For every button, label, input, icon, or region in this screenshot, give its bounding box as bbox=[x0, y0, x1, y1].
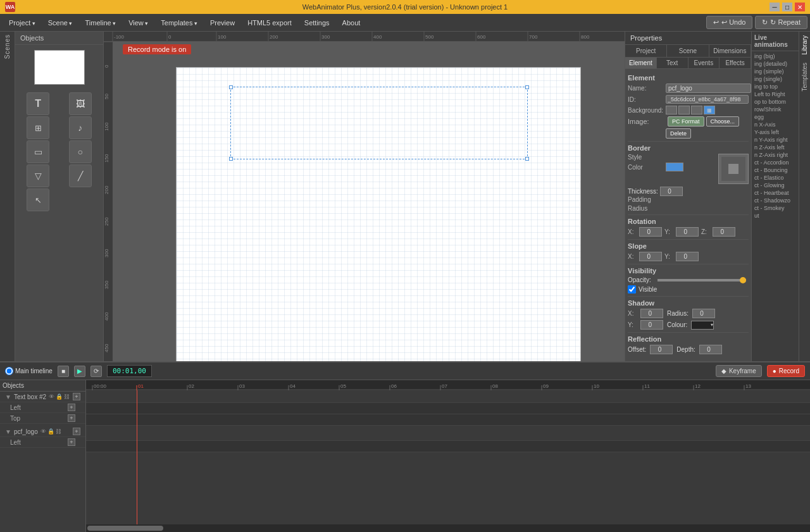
tab-scene[interactable]: Scene bbox=[667, 45, 709, 57]
record-button[interactable]: ● Record bbox=[767, 365, 805, 377]
menu-templates[interactable]: Templates bbox=[154, 16, 204, 29]
menu-timeline[interactable]: Timeline bbox=[78, 16, 122, 29]
visible-checkbox[interactable] bbox=[628, 285, 636, 294]
anim-item-13[interactable]: n Z-Axis right bbox=[753, 151, 797, 159]
tl-object-pcflogo[interactable]: ▼ pcf_logo 👁 🔒 ⛓ + bbox=[0, 426, 85, 437]
tab-effects[interactable]: Effects bbox=[720, 58, 751, 68]
tl-add-left1[interactable]: + bbox=[68, 404, 75, 411]
group-tool-button[interactable]: ⊞ bbox=[27, 116, 49, 139]
id-input[interactable] bbox=[666, 95, 749, 104]
tl-eye-icon-2[interactable]: 👁 bbox=[40, 428, 46, 435]
track-row-top1[interactable] bbox=[86, 414, 810, 426]
anim-item-2[interactable]: ing (simple) bbox=[753, 68, 797, 75]
selection-handle-tr[interactable] bbox=[525, 85, 529, 89]
keyframe-button[interactable]: ◆ Keyframe bbox=[716, 365, 762, 377]
menu-scene[interactable]: Scene bbox=[42, 16, 79, 29]
menu-project[interactable]: Project bbox=[3, 16, 42, 29]
border-right[interactable] bbox=[745, 154, 748, 183]
tab-events[interactable]: Events bbox=[688, 58, 720, 68]
border-top[interactable] bbox=[719, 154, 748, 157]
track-row-left1[interactable] bbox=[86, 403, 810, 414]
anim-item-1[interactable]: ing (detailed) bbox=[753, 60, 797, 68]
depth-input[interactable] bbox=[699, 345, 722, 354]
tab-text[interactable]: Text bbox=[657, 58, 688, 68]
arrow-tool-button[interactable]: ▽ bbox=[27, 164, 49, 187]
bg-btn-4[interactable]: ▦ bbox=[704, 106, 715, 114]
timeline-hscroll-thumb[interactable] bbox=[87, 526, 163, 531]
anim-item-16[interactable]: ct - Elastico bbox=[753, 174, 797, 182]
border-left[interactable] bbox=[719, 154, 721, 183]
expand-icon[interactable]: ▼ bbox=[5, 393, 11, 400]
border-color-swatch[interactable] bbox=[666, 163, 683, 171]
border-bottom[interactable] bbox=[719, 181, 748, 183]
thickness-input[interactable] bbox=[660, 187, 683, 196]
tl-chain-icon[interactable]: ⛓ bbox=[64, 393, 70, 400]
anim-item-3[interactable]: ing (single) bbox=[753, 75, 797, 83]
anim-item-18[interactable]: ct - Heartbeat bbox=[753, 189, 797, 197]
timeline-horizontal-scrollbar[interactable] bbox=[86, 524, 810, 532]
shadow-radius-input[interactable] bbox=[692, 309, 715, 318]
rect-tool-button[interactable]: ▭ bbox=[27, 140, 49, 163]
offset-input[interactable] bbox=[650, 345, 673, 354]
timeline-stop-button[interactable]: ■ bbox=[58, 366, 69, 377]
selection-handle-bl[interactable] bbox=[229, 157, 233, 161]
library-tab[interactable]: Library bbox=[800, 32, 809, 59]
anim-item-8[interactable]: egg bbox=[753, 113, 797, 121]
track-row-left2[interactable] bbox=[86, 441, 810, 452]
anim-item-10[interactable]: Y-axis left bbox=[753, 128, 797, 136]
maximize-button[interactable]: □ bbox=[782, 3, 792, 11]
anim-item-0[interactable]: ing (big) bbox=[753, 53, 797, 60]
scene-thumbnail[interactable] bbox=[34, 50, 85, 85]
anim-item-14[interactable]: ct - Accordion bbox=[753, 159, 797, 166]
anim-item-6[interactable]: op to bottom bbox=[753, 98, 797, 106]
bg-btn-2[interactable] bbox=[678, 106, 690, 114]
tl-add-pcflogo[interactable]: + bbox=[73, 428, 80, 435]
timeline-play-button[interactable]: ▶ bbox=[74, 366, 85, 377]
track-row-textbox2[interactable] bbox=[86, 390, 810, 403]
tl-lock-icon[interactable]: 🔒 bbox=[56, 393, 63, 400]
opacity-slider[interactable] bbox=[657, 279, 746, 281]
anim-item-21[interactable]: ut bbox=[753, 212, 797, 220]
anim-item-5[interactable]: Left to Right bbox=[753, 90, 797, 98]
delete-button[interactable]: Delete bbox=[666, 128, 691, 139]
image-tool-button[interactable]: 🖼 bbox=[69, 92, 92, 115]
menu-view[interactable]: View bbox=[122, 16, 154, 29]
slope-y-input[interactable] bbox=[676, 252, 699, 261]
shadow-colour-button[interactable]: ▾ bbox=[691, 321, 714, 330]
menu-preview[interactable]: Preview bbox=[204, 16, 241, 29]
text-tool-button[interactable]: T bbox=[27, 92, 49, 115]
timeline-tracks[interactable] bbox=[86, 390, 810, 524]
anim-item-15[interactable]: ct - Bouncing bbox=[753, 166, 797, 174]
canvas-grid[interactable] bbox=[176, 67, 581, 361]
track-row-pcflogo[interactable] bbox=[86, 428, 810, 441]
tl-lock-icon-2[interactable]: 🔒 bbox=[47, 428, 54, 435]
templates-tab[interactable]: Templates bbox=[800, 59, 809, 96]
name-input[interactable] bbox=[666, 84, 751, 93]
tl-add-left2[interactable]: + bbox=[68, 438, 75, 446]
rotation-z-input[interactable] bbox=[713, 227, 735, 237]
anim-item-4[interactable]: ing to top bbox=[753, 83, 797, 90]
choose-button[interactable]: Choose... bbox=[706, 116, 740, 127]
menu-html5export[interactable]: HTML5 export bbox=[241, 16, 298, 29]
tl-object-textbox2[interactable]: ▼ Text box #2 👁 🔒 ⛓ + bbox=[0, 392, 85, 402]
anim-item-20[interactable]: ct - Smokey bbox=[753, 204, 797, 212]
anim-item-11[interactable]: n Y-Axis right bbox=[753, 136, 797, 144]
tab-dimensions[interactable]: Dimensions bbox=[709, 45, 751, 57]
audio-tool-button[interactable]: ♪ bbox=[69, 116, 92, 139]
anim-item-12[interactable]: n Z-Axis left bbox=[753, 144, 797, 151]
tl-chain-icon-2[interactable]: ⛓ bbox=[56, 428, 61, 435]
selection-handle-tl[interactable] bbox=[229, 85, 233, 89]
line-tool-button[interactable]: ╱ bbox=[69, 164, 92, 187]
anim-item-7[interactable]: row/Shrink bbox=[753, 106, 797, 113]
cursor-tool-button[interactable]: ↖ bbox=[27, 189, 49, 211]
shadow-x-input[interactable] bbox=[640, 309, 663, 318]
rotation-y-input[interactable] bbox=[676, 227, 699, 237]
bg-btn-3[interactable] bbox=[691, 106, 702, 114]
menu-settings[interactable]: Settings bbox=[298, 16, 336, 29]
rotation-x-input[interactable] bbox=[639, 227, 662, 237]
repeat-button[interactable]: ↻ ↻ Repeat bbox=[755, 16, 807, 29]
tl-add-top1[interactable]: + bbox=[68, 414, 75, 422]
canvas-container[interactable] bbox=[113, 42, 625, 361]
bg-btn-1[interactable] bbox=[666, 106, 677, 114]
tab-project[interactable]: Project bbox=[625, 45, 667, 57]
